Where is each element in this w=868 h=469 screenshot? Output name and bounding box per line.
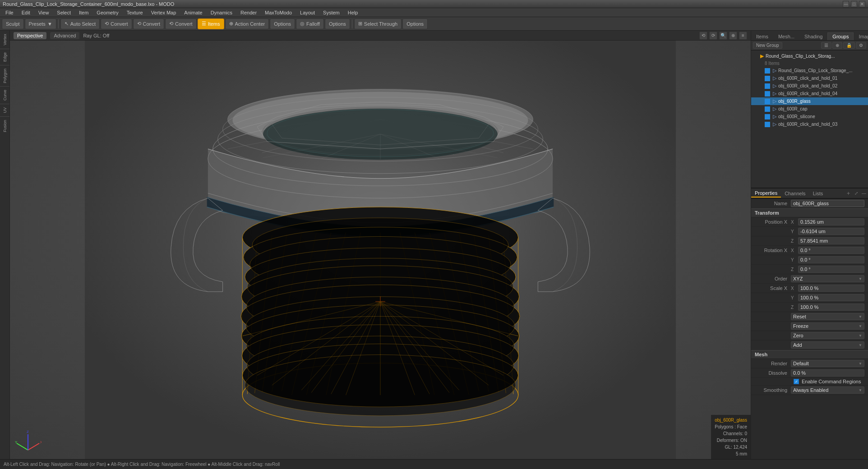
auto-select-button[interactable]: ↖ Auto Select xyxy=(60,18,100,29)
prop-dissolve-value[interactable]: 0.0 % xyxy=(791,369,864,377)
falloff-button[interactable]: ◎ Falloff xyxy=(296,18,324,29)
rpanel-tab-groups[interactable]: Groups xyxy=(827,32,854,40)
prop-tab-channels[interactable]: Channels xyxy=(781,190,809,197)
groups-icon-1[interactable]: ☰ xyxy=(821,42,831,49)
tree-item-7[interactable]: ▷ obj_600R_click_and_hold_03 xyxy=(751,120,868,128)
maximize-button[interactable]: □ xyxy=(851,1,857,7)
tree-check-1[interactable] xyxy=(765,76,770,81)
menu-animate[interactable]: Animate xyxy=(180,9,206,16)
tree-root-group[interactable]: ▶ Round_Glass_Clip_Lock_Storag... xyxy=(751,52,868,60)
tree-item-0[interactable]: ▷ Round_Glass_Clip_Lock_Storage_... xyxy=(751,67,868,74)
presets-button[interactable]: Presets ▼ xyxy=(25,18,56,29)
options-button-3[interactable]: Options xyxy=(402,18,428,29)
viewport-ctrl-2[interactable]: ⟳ xyxy=(709,32,717,40)
action-center-button[interactable]: ⊕ Action Center xyxy=(225,18,269,29)
convert-button-3[interactable]: ⟲ Convert xyxy=(165,18,197,29)
vertex-tool[interactable]: Vertex xyxy=(2,32,8,47)
menu-texture[interactable]: Texture xyxy=(123,9,147,16)
menu-vertex-map[interactable]: Vertex Map xyxy=(148,9,180,16)
items-button[interactable]: ☰ Items xyxy=(198,18,224,29)
tree-item-4[interactable]: ▷ obj_600R_glass xyxy=(751,97,868,105)
rpanel-tab-items[interactable]: Items xyxy=(751,32,773,40)
prop-tab-add[interactable]: + xyxy=(844,189,853,198)
menu-select[interactable]: Select xyxy=(53,9,74,16)
tree-check-3[interactable] xyxy=(765,91,770,97)
menu-view[interactable]: View xyxy=(35,9,53,16)
menu-help[interactable]: Help xyxy=(344,9,362,16)
prop-enable-cmd-checkbox[interactable]: ✓ xyxy=(794,379,799,384)
menu-render[interactable]: Render xyxy=(237,9,260,16)
viewport-ctrl-add[interactable]: ⊕ xyxy=(729,32,737,40)
title-bar: Round_Glass_Clip_Lock_Storage_Container_… xyxy=(0,0,868,8)
convert-button-1[interactable]: ⟲ Convert xyxy=(101,18,132,29)
prop-pos-y-value[interactable]: -0.6104 um xyxy=(798,228,864,235)
tree-check-5[interactable] xyxy=(765,106,770,112)
select-through-button[interactable]: ⊞ Select Through xyxy=(354,18,402,29)
minimize-button[interactable]: — xyxy=(843,1,849,7)
close-button[interactable]: ✕ xyxy=(859,1,865,7)
menu-system[interactable]: System xyxy=(319,9,343,16)
prop-tab-lists[interactable]: Lists xyxy=(809,190,827,197)
prop-rot-x-value[interactable]: 0.0 ° xyxy=(798,247,864,254)
polygon-tool[interactable]: Polygon xyxy=(2,67,8,85)
prop-rot-y-value[interactable]: 0.0 ° xyxy=(798,256,864,263)
curve-tool[interactable]: Curve xyxy=(2,88,8,102)
prop-order-dropdown[interactable]: XYZ ▼ xyxy=(791,275,864,282)
viewport-tab-advanced[interactable]: Advanced xyxy=(50,32,79,39)
menu-maxtoModo[interactable]: MaxToModo xyxy=(261,9,295,16)
prop-zero-button[interactable]: Zero ▼ xyxy=(791,332,864,339)
tree-check-4[interactable] xyxy=(765,99,770,104)
viewport-ctrl-1[interactable]: ⟲ xyxy=(699,32,707,40)
viewport-ctrl-search[interactable]: 🔍 xyxy=(719,32,727,40)
prop-rotation-row: Rotation X X 0.0 ° xyxy=(751,246,868,255)
tree-check-6[interactable] xyxy=(765,114,770,120)
tree-check-7[interactable] xyxy=(765,122,770,127)
polygons-status: Polygons : Face xyxy=(715,423,747,430)
uv-tool[interactable]: UV xyxy=(2,106,8,115)
prop-sc-y-value[interactable]: 100.0 % xyxy=(798,294,864,301)
prop-render-dropdown[interactable]: Default ▼ xyxy=(791,360,864,367)
prop-name-input[interactable] xyxy=(791,200,864,207)
menu-layout[interactable]: Layout xyxy=(296,9,319,16)
menu-geometry[interactable]: Geometry xyxy=(93,9,122,16)
groups-icon-3[interactable]: 🔒 xyxy=(843,42,855,49)
menu-file[interactable]: File xyxy=(2,9,17,16)
prop-smoothing-dropdown[interactable]: Always Enabled ▼ xyxy=(791,386,864,394)
tree-check-2[interactable] xyxy=(765,83,770,89)
rpanel-tab-images[interactable]: Images xyxy=(854,32,868,40)
edge-tool[interactable]: Edge xyxy=(2,51,8,63)
viewport-tab-perspective[interactable]: Perspective xyxy=(14,32,46,39)
rpanel-tab-shading[interactable]: Shading xyxy=(799,32,827,40)
tree-item-5[interactable]: ▷ obj_600R_cap xyxy=(751,105,868,113)
menu-dynamics[interactable]: Dynamics xyxy=(207,9,236,16)
prop-rot-z-value[interactable]: 0.0 ° xyxy=(798,266,864,273)
prop-add-button[interactable]: Add ▼ xyxy=(791,341,864,349)
sculpt-button[interactable]: Sculpt xyxy=(2,18,24,29)
menu-edit[interactable]: Edit xyxy=(18,9,34,16)
tree-item-1[interactable]: ▷ obj_600R_click_and_hold_01 xyxy=(751,74,868,82)
prop-freeze-button[interactable]: Freeze ▼ xyxy=(791,322,864,330)
prop-pos-x-value[interactable]: 0.1526 um xyxy=(798,218,864,225)
prop-pos-z-value[interactable]: 57.8541 mm xyxy=(798,237,864,244)
fusion-tool[interactable]: Fusion xyxy=(2,119,8,133)
prop-sc-z-value[interactable]: 100.0 % xyxy=(798,303,864,311)
options-button-2[interactable]: Options xyxy=(325,18,350,29)
prop-collapse-btn[interactable]: — xyxy=(860,191,868,196)
groups-icon-4[interactable]: ⚙ xyxy=(856,42,866,49)
prop-reset-button[interactable]: Reset ▼ xyxy=(791,313,864,320)
menu-item[interactable]: Item xyxy=(75,9,92,16)
tree-item-2[interactable]: ▷ obj_600R_click_and_hold_02 xyxy=(751,82,868,90)
prop-tab-properties[interactable]: Properties xyxy=(751,189,781,198)
rpanel-tab-mesh[interactable]: Mesh... xyxy=(773,32,799,40)
viewport-ctrl-menu[interactable]: ≡ xyxy=(739,32,747,40)
prop-sc-x-value[interactable]: 100.0 % xyxy=(798,285,864,292)
viewport-3d[interactable]: Perspective Advanced Ray GL: Off ⟲ ⟳ 🔍 ⊕… xyxy=(10,31,751,459)
prop-expand-btn[interactable]: ⤢ xyxy=(853,191,860,196)
groups-icon-2[interactable]: ⊕ xyxy=(832,42,842,49)
tree-item-3[interactable]: ▷ obj_600R_click_and_hold_04 xyxy=(751,90,868,97)
options-button-1[interactable]: Options xyxy=(270,18,295,29)
new-group-button[interactable]: New Group xyxy=(753,42,782,49)
convert-button-2[interactable]: ⟲ Convert xyxy=(133,18,165,29)
tree-check-0[interactable] xyxy=(765,68,770,74)
tree-item-6[interactable]: ▷ obj_600R_silicone xyxy=(751,113,868,120)
